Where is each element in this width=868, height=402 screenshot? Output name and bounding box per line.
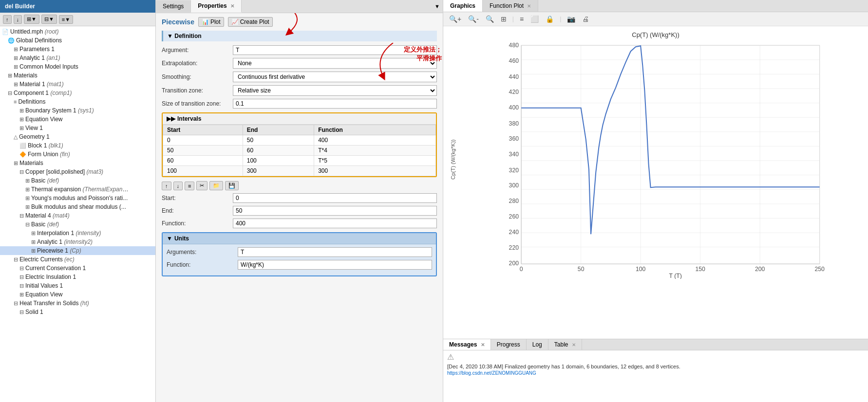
- argument-input[interactable]: [233, 45, 437, 55]
- tree-item-root[interactable]: 📄 Untitled.mph (root): [0, 27, 155, 36]
- row1-func: T*4: [314, 146, 436, 156]
- col-start: Start: [163, 125, 243, 135]
- row3-end: 300: [243, 166, 314, 176]
- print-btn[interactable]: 🖨: [580, 14, 591, 24]
- right-tabs-bar: Graphics Function Plot ✕: [443, 0, 868, 12]
- tree-item-eleccurrents[interactable]: ⊟ Electric Currents (ec): [0, 255, 155, 264]
- tree-item-view1[interactable]: ⊞ View 1: [0, 124, 155, 132]
- arguments-unit-input[interactable]: [238, 247, 432, 257]
- tree-item-boundarysys[interactable]: ⊞ Boundary System 1 (sys1): [0, 106, 155, 115]
- zoom-out-btn[interactable]: 🔍-: [466, 14, 481, 24]
- msg-tabs-bar: Messages ✕ Progress Log Table ✕: [443, 339, 868, 350]
- list-btn[interactable]: ≡: [185, 182, 194, 190]
- tree-item-interp1[interactable]: ⊞ Interpolation 1 (intensity): [0, 229, 155, 238]
- initvals-icon: ⊟: [19, 283, 24, 289]
- save-btn[interactable]: 💾: [225, 181, 239, 190]
- tree-item-materials[interactable]: ⊞ Materials: [0, 71, 155, 80]
- tab-function-plot-close[interactable]: ✕: [527, 3, 531, 9]
- arguments-unit-row: Arguments:: [167, 247, 432, 257]
- tree-item-eqview2[interactable]: ⊞ Equation View: [0, 290, 155, 299]
- toolbar-down-btn[interactable]: ↓: [14, 15, 22, 24]
- plot-button[interactable]: 📊 Plot: [198, 17, 224, 27]
- tree-item-params1[interactable]: ⊞ Parameters 1: [0, 45, 155, 54]
- eleccurrents-icon: ⊟: [14, 256, 18, 263]
- toolbar-remove-btn[interactable]: ⊟▼: [41, 15, 57, 24]
- lock-btn[interactable]: 🔒: [544, 14, 556, 24]
- end-input[interactable]: [233, 206, 437, 216]
- svg-text:300: 300: [509, 182, 519, 189]
- tree-item-definitions[interactable]: ≡ Definitions: [0, 97, 155, 106]
- tree-item-formunion[interactable]: 🔶 Form Union (fin): [0, 150, 155, 159]
- toolbar-up-btn[interactable]: ↑: [3, 15, 12, 24]
- tree-item-basic-def[interactable]: ⊞ Basic (def): [0, 176, 155, 185]
- msg-tab-messages[interactable]: Messages ✕: [443, 339, 491, 350]
- msg-tab-log[interactable]: Log: [527, 339, 548, 350]
- tree-item-materials2[interactable]: ⊞ Materials: [0, 159, 155, 167]
- folder-btn[interactable]: 📁: [209, 181, 223, 190]
- function-unit-input[interactable]: [238, 260, 432, 270]
- tree-item-basic-def2[interactable]: ⊟ Basic (def): [0, 220, 155, 229]
- row3-func: 300: [314, 166, 436, 176]
- units-collapse-icon[interactable]: ▼: [167, 235, 172, 242]
- square-btn[interactable]: ⬜: [528, 14, 541, 24]
- app-title-text: del Builder: [5, 3, 35, 10]
- tab-graphics[interactable]: Graphics: [443, 0, 483, 12]
- panel-collapse-btn[interactable]: ▼: [434, 3, 440, 9]
- tree-item-piecewise1[interactable]: ⊞ Piecewise 1 (Cp): [0, 246, 155, 255]
- zoom-box-btn[interactable]: 🔍: [484, 14, 496, 24]
- tree-item-commonmodel[interactable]: ⊞ Common Model Inputs: [0, 62, 155, 71]
- tree-item-material4[interactable]: ⊟ Material 4 (mat4): [0, 211, 155, 220]
- messages-tab-close[interactable]: ✕: [481, 342, 485, 347]
- msg-tab-progress[interactable]: Progress: [491, 339, 527, 350]
- tree-item-initvals[interactable]: ⊟ Initial Values 1: [0, 281, 155, 290]
- extrapolation-select[interactable]: None: [233, 58, 437, 69]
- svg-text:250: 250: [814, 266, 825, 273]
- tree-item-copper[interactable]: ⊟ Copper [solid,polished] (mat3): [0, 167, 155, 176]
- table-tab-close[interactable]: ✕: [572, 342, 576, 347]
- definition-collapse[interactable]: ▼: [167, 33, 173, 39]
- tree-item-heattrans[interactable]: ⊟ Heat Transfer in Solids (ht): [0, 299, 155, 308]
- tree-item-analytic1[interactable]: ⊞ Analytic 1 (an1): [0, 54, 155, 62]
- svg-text:360: 360: [509, 135, 519, 142]
- cut-btn[interactable]: ✂: [196, 181, 208, 190]
- tab-settings[interactable]: Settings: [156, 0, 191, 12]
- tree-item-electins[interactable]: ⊟ Electric Insulation 1: [0, 273, 155, 281]
- toolbar-add-btn[interactable]: ⊞▼: [24, 15, 39, 24]
- heattrans-icon: ⊟: [14, 300, 18, 307]
- columns-btn[interactable]: ≡: [518, 14, 526, 24]
- tree-item-solid1[interactable]: ⊟ Solid 1: [0, 308, 155, 316]
- view1-icon: ⊞: [19, 125, 24, 131]
- tree-item-eqview[interactable]: ⊞ Equation View: [0, 115, 155, 124]
- move-down-btn[interactable]: ↓: [173, 182, 183, 190]
- tree-item-youngs[interactable]: ⊞ Young's modulus and Poisson's rati...: [0, 194, 155, 202]
- size-transition-input[interactable]: [233, 99, 437, 109]
- tree-item-component1[interactable]: ⊟ Component 1 (comp1): [0, 89, 155, 97]
- smoothing-select[interactable]: Continuous first derivative: [233, 72, 437, 82]
- grid-btn[interactable]: ⊞: [499, 14, 509, 24]
- camera-btn[interactable]: 📷: [565, 14, 577, 24]
- formunion-icon: 🔶: [19, 151, 26, 158]
- tree-item-thermalexp[interactable]: ⊞ Thermal expansion (ThermalExpans...: [0, 185, 155, 194]
- intervals-expand-icon[interactable]: ▶▶: [167, 115, 175, 122]
- svg-text:T (T): T (T): [669, 273, 681, 279]
- tree-item-block1[interactable]: ⬜ Block 1 (blk1): [0, 141, 155, 150]
- zoom-in-btn[interactable]: 🔍+: [447, 14, 463, 24]
- transition-zone-select[interactable]: Relative size: [233, 85, 437, 96]
- tab-properties[interactable]: Properties ✕: [191, 0, 242, 13]
- start-input[interactable]: [233, 193, 437, 203]
- msg-tab-table[interactable]: Table ✕: [548, 339, 582, 350]
- tree-item-currcons[interactable]: ⊟ Current Conservation 1: [0, 264, 155, 273]
- function-input[interactable]: [233, 219, 437, 228]
- tab-properties-close[interactable]: ✕: [230, 3, 234, 9]
- toolbar-menu-btn[interactable]: ≡▼: [59, 15, 73, 24]
- tree-item-globaldefs[interactable]: 🌐 Global Definitions: [0, 36, 155, 45]
- tree-item-material1[interactable]: ⊞ Material 1 (mat1): [0, 80, 155, 89]
- tab-function-plot[interactable]: Function Plot ✕: [483, 0, 538, 12]
- tree-item-geometry1[interactable]: △ Geometry 1: [0, 132, 155, 141]
- create-plot-button[interactable]: 📈 Create Plot: [228, 17, 273, 27]
- intervals-header: ▶▶ Intervals: [163, 113, 436, 125]
- tree-item-analytic1b[interactable]: ⊞ Analytic 1 (intensity2): [0, 238, 155, 246]
- tree-item-bulk[interactable]: ⊞ Bulk modulus and shear modulus (...: [0, 202, 155, 211]
- move-up-btn[interactable]: ↑: [162, 182, 171, 190]
- url-text[interactable]: https://blog.csdn.net/ZENOMINGGUANG: [447, 370, 864, 376]
